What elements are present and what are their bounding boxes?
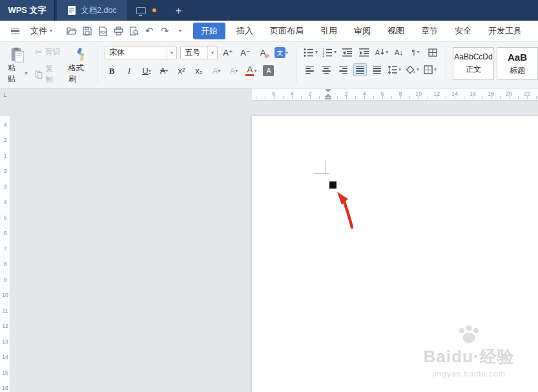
format-painter-icon: [72, 47, 87, 63]
strikethrough-button[interactable]: A ▾: [157, 64, 171, 77]
paste-button[interactable]: 粘贴 ▾: [6, 46, 28, 85]
print-preview-icon: [129, 26, 139, 36]
italic-button[interactable]: I: [122, 64, 136, 77]
chevron-down-icon: ▾: [235, 68, 238, 74]
align-right-button[interactable]: [336, 63, 350, 76]
horizontal-ruler[interactable]: 6 4 2 2 4 6 8 10 12 14 16 18 20 22: [10, 88, 538, 101]
ruler-number: 7: [0, 245, 10, 252]
cut-button[interactable]: ✂ 剪切: [35, 46, 60, 57]
chevron-down-icon: ▾: [254, 68, 256, 74]
ruler-number: 22: [524, 90, 530, 97]
tab-cloud[interactable]: 云服务: [530, 22, 538, 40]
print-button[interactable]: [110, 23, 126, 39]
font-color-button[interactable]: A ▾: [244, 64, 258, 77]
cut-label: 剪切: [45, 46, 60, 57]
decrease-indent-button[interactable]: [340, 46, 354, 59]
file-menu-label: 文件: [30, 25, 47, 37]
tab-stop-selector[interactable]: L: [0, 88, 10, 101]
decrease-font-button[interactable]: A⁻: [238, 46, 253, 59]
sort-button[interactable]: A↓: [392, 46, 406, 59]
ruler-number: 9: [0, 276, 10, 283]
ruler-number: 6: [0, 230, 10, 236]
file-menu-button[interactable]: 文件 ▾: [28, 23, 55, 39]
chevron-down-icon: ▾: [171, 50, 173, 56]
save-button[interactable]: [79, 23, 95, 39]
hanging-indent-marker[interactable]: [325, 94, 331, 97]
export-pdf-button[interactable]: PDF: [95, 23, 110, 39]
char-shading-button[interactable]: A: [262, 64, 276, 77]
subscript-button[interactable]: x₂: [192, 64, 206, 77]
left-indent-marker[interactable]: [325, 98, 331, 99]
line-spacing-button[interactable]: ▾: [387, 63, 402, 76]
print-preview-button[interactable]: [126, 23, 141, 39]
highlight-button[interactable]: A ▾: [227, 64, 241, 77]
superscript-button[interactable]: x²: [174, 64, 189, 77]
font-size-caret[interactable]: ▾: [207, 46, 217, 59]
paragraph-group: ▾ 1 2 3 ▾: [296, 42, 446, 88]
tab-references[interactable]: 引用: [312, 22, 346, 40]
menu-icon[interactable]: [9, 26, 21, 37]
justify-icon: [356, 66, 364, 74]
tab-developer[interactable]: 开发工具: [480, 22, 530, 40]
chevron-down-icon: ▾: [211, 50, 214, 56]
font-color-icon: A: [245, 65, 254, 76]
clear-format-button[interactable]: A: [256, 46, 270, 59]
text-direction-button[interactable]: A ▾: [374, 46, 389, 59]
align-left-button[interactable]: [303, 63, 316, 76]
show-marks-button[interactable]: ¶ ▾: [409, 46, 422, 59]
tab-section[interactable]: 章节: [413, 22, 446, 40]
app-logo[interactable]: WPS 文字: [0, 0, 55, 21]
tab-home[interactable]: 开始: [193, 23, 225, 39]
bold-button[interactable]: B: [105, 64, 119, 77]
tab-security[interactable]: 安全: [446, 22, 480, 40]
shading-button[interactable]: ▾: [405, 63, 420, 76]
text-tool-button[interactable]: 文 ▾: [273, 46, 289, 59]
underline-button[interactable]: U ▾: [140, 64, 154, 77]
watermark: Baidu·经验 jingyan.baidu.com: [404, 324, 533, 378]
chevron-down-icon: ▾: [417, 67, 419, 72]
pinyin-guide-button[interactable]: A ▾: [209, 64, 223, 77]
justify-button[interactable]: [353, 63, 367, 76]
watermark-url: jingyan.baidu.com: [432, 369, 506, 378]
redo-button[interactable]: ↷: [157, 23, 172, 39]
first-line-indent-marker[interactable]: [325, 89, 331, 92]
increase-font-button[interactable]: A⁺: [221, 46, 235, 59]
ruler-number: 16: [0, 385, 10, 391]
undo-button[interactable]: ↶: [141, 23, 157, 39]
open-folder-button[interactable]: [64, 23, 79, 39]
tab-insert[interactable]: 插入: [228, 22, 262, 40]
format-painter-button[interactable]: 格式刷: [67, 46, 92, 85]
save-icon: [83, 26, 92, 36]
tab-view[interactable]: 视图: [379, 22, 413, 40]
chevron-down-icon: ▾: [334, 50, 336, 55]
highlight-icon: A: [230, 66, 236, 76]
align-right-icon: [339, 66, 347, 74]
document-tab[interactable]: 文档2.doc: [57, 0, 127, 21]
numbered-list-button[interactable]: 1 2 3 ▾: [322, 46, 337, 59]
bullet-list-button[interactable]: ▾: [303, 46, 318, 59]
style-heading[interactable]: AaB 标题: [497, 47, 538, 80]
horizontal-ruler-page-area[interactable]: 6 4 2 2 4 6 8 10 12 14 16 18 20 22: [252, 88, 538, 101]
monitor-icon[interactable]: [136, 7, 146, 14]
increase-indent-button[interactable]: [357, 46, 371, 59]
align-center-button[interactable]: [320, 63, 333, 76]
distribute-button[interactable]: [370, 63, 384, 76]
paste-caret-icon: ▾: [25, 71, 27, 76]
text-layout-button[interactable]: [426, 46, 439, 59]
font-size-combo[interactable]: 五号 ▾: [180, 46, 218, 59]
ruler-number: 8: [398, 90, 402, 97]
shading-bucket-icon: [406, 65, 415, 74]
style-normal[interactable]: AaBbCcDd 正文: [453, 47, 494, 80]
chevron-down-icon: ▾: [285, 50, 288, 56]
styles-group: AaBbCcDd 正文 AaB 标题: [446, 42, 538, 88]
tab-review[interactable]: 审阅: [346, 22, 379, 40]
quick-access-dropdown[interactable]: ▾: [172, 23, 188, 39]
font-name-combo[interactable]: 宋体 ▾: [105, 46, 177, 59]
copy-button[interactable]: 复制: [35, 63, 60, 85]
text-tool-icon: 文: [274, 47, 285, 58]
tab-page-layout[interactable]: 页面布局: [262, 22, 312, 40]
new-tab-button[interactable]: +: [172, 4, 186, 17]
vertical-ruler[interactable]: 4 2 1 2 3 4 5 6 7 8 9 10 11 12 13 14 15 …: [0, 101, 10, 392]
borders-button[interactable]: ▾: [423, 63, 437, 76]
font-name-caret[interactable]: ▾: [167, 46, 176, 59]
